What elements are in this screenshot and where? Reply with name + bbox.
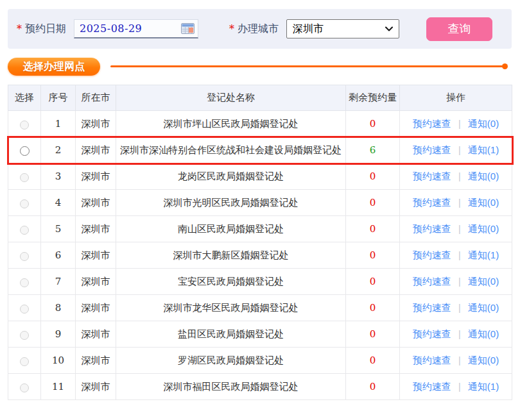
date-input[interactable]: 2025-08-29 [74, 19, 198, 38]
row-city: 深圳市 [76, 190, 116, 216]
row-remaining-cell: 0 [346, 348, 400, 374]
row-operations: 预约速查 | 通知(1) [400, 242, 512, 269]
link-separator: | [458, 329, 461, 339]
row-registry-name: 盐田区民政局婚姻登记处 [116, 321, 346, 348]
row-registry-name: 深圳市龙华区民政局婚姻登记处 [116, 295, 346, 321]
quick-check-link[interactable]: 预约速查 [413, 171, 451, 181]
row-operations: 预约速查 | 通知(1) [400, 137, 512, 164]
table-row: 9 深圳市 盐田区民政局婚姻登记处 0 预约速查 | 通知(0) [8, 321, 512, 348]
row-operations: 预约速查 | 通知(0) [400, 269, 512, 295]
remaining-count: 0 [370, 328, 376, 340]
table-row: 11 深圳市 深圳市福田区民政局婚姻登记处 0 预约速查 | 通知(1) [8, 374, 512, 400]
notice-link[interactable]: 通知(0) [468, 276, 499, 287]
header-operation: 操作 [400, 85, 512, 111]
remaining-count: 0 [370, 197, 376, 208]
row-index: 6 [41, 242, 76, 269]
radio-button[interactable] [20, 383, 29, 392]
remaining-count: 0 [370, 249, 376, 261]
row-operations: 预约速查 | 通知(0) [400, 348, 512, 374]
link-separator: | [458, 224, 461, 234]
radio-button[interactable] [20, 199, 29, 208]
row-city: 深圳市 [76, 269, 116, 295]
row-registry-name: 深圳市福田区民政局婚姻登记处 [116, 374, 346, 400]
header-index: 序号 [41, 85, 76, 111]
quick-check-link[interactable]: 预约速查 [413, 144, 451, 155]
link-separator: | [458, 382, 461, 392]
quick-check-link[interactable]: 预约速查 [413, 328, 451, 339]
notice-link[interactable]: 通知(0) [468, 302, 499, 313]
radio-button[interactable] [20, 357, 29, 366]
row-registry-name: 深圳市坪山区民政局婚姻登记处 [116, 111, 346, 137]
remaining-count: 0 [370, 302, 376, 314]
table-row: 2 深圳市 深圳市深汕特别合作区统战和社会建设局婚姻登记处 6 预约速查 | 通… [8, 137, 512, 164]
filter-bar: * 预约日期 2025-08-29 * 办理城市 深圳市 查询 [8, 9, 512, 49]
quick-check-link[interactable]: 预约速查 [413, 118, 451, 129]
city-select[interactable]: 深圳市 [286, 19, 399, 38]
notice-link[interactable]: 通知(0) [468, 197, 499, 208]
radio-button[interactable] [20, 173, 29, 182]
row-city: 深圳市 [76, 374, 116, 400]
notice-link[interactable]: 通知(0) [468, 118, 499, 129]
quick-check-link[interactable]: 预约速查 [413, 355, 451, 365]
notice-link[interactable]: 通知(0) [468, 223, 499, 234]
select-cell [8, 295, 41, 321]
row-remaining-cell: 0 [346, 190, 400, 216]
notice-link[interactable]: 通知(0) [468, 171, 499, 181]
date-value[interactable]: 2025-08-29 [80, 22, 181, 35]
quick-check-link[interactable]: 预约速查 [413, 276, 451, 287]
radio-button[interactable] [20, 121, 29, 130]
row-city: 深圳市 [76, 295, 116, 321]
link-separator: | [458, 171, 461, 181]
radio-button[interactable] [20, 305, 29, 314]
link-separator: | [458, 303, 461, 313]
notice-link[interactable]: 通知(0) [468, 328, 499, 339]
remaining-count: 0 [370, 223, 376, 235]
table-row: 3 深圳市 龙岗区民政局婚姻登记处 0 预约速查 | 通知(0) [8, 164, 512, 190]
row-operations: 预约速查 | 通知(0) [400, 164, 512, 190]
table-row: 6 深圳市 深圳市大鹏新区婚姻登记处 0 预约速查 | 通知(1) [8, 242, 512, 269]
table-row: 1 深圳市 深圳市坪山区民政局婚姻登记处 0 预约速查 | 通知(0) [8, 111, 512, 137]
row-city: 深圳市 [76, 348, 116, 374]
select-cell [8, 242, 41, 269]
row-registry-name: 深圳市光明区民政局婚姻登记处 [116, 190, 346, 216]
notice-link[interactable]: 通知(0) [468, 355, 499, 365]
radio-button[interactable] [20, 278, 29, 287]
radio-button[interactable] [20, 146, 30, 156]
row-registry-name: 龙岗区民政局婚姻登记处 [116, 164, 346, 190]
city-select-value: 深圳市 [293, 22, 324, 36]
search-button[interactable]: 查询 [426, 17, 492, 41]
table-row: 7 深圳市 宝安区民政局婚姻登记处 0 预约速查 | 通知(0) [8, 269, 512, 295]
header-select: 选择 [8, 85, 41, 111]
remaining-count: 0 [370, 171, 376, 182]
quick-check-link[interactable]: 预约速查 [413, 223, 451, 234]
quick-check-link[interactable]: 预约速查 [413, 302, 451, 313]
row-index: 7 [41, 269, 76, 295]
link-separator: | [458, 119, 461, 129]
row-index: 11 [41, 374, 76, 400]
select-cell [8, 374, 41, 400]
calendar-icon[interactable] [181, 23, 195, 34]
notice-link[interactable]: 通知(1) [468, 381, 499, 392]
date-label-group: * 预约日期 [17, 22, 66, 36]
radio-button[interactable] [20, 252, 29, 261]
notice-link[interactable]: 通知(1) [468, 249, 499, 260]
row-operations: 预约速查 | 通知(1) [400, 374, 512, 400]
row-remaining-cell: 0 [346, 164, 400, 190]
required-marker: * [229, 23, 234, 35]
radio-button[interactable] [20, 331, 29, 340]
row-remaining-cell: 0 [346, 374, 400, 400]
select-cell [8, 269, 41, 295]
row-registry-name: 宝安区民政局婚姻登记处 [116, 269, 346, 295]
link-separator: | [458, 197, 461, 208]
row-index: 9 [41, 321, 76, 348]
row-remaining-cell: 0 [346, 295, 400, 321]
quick-check-link[interactable]: 预约速查 [413, 197, 451, 208]
notice-link[interactable]: 通知(1) [468, 144, 499, 155]
select-cell [8, 321, 41, 348]
quick-check-link[interactable]: 预约速查 [413, 381, 451, 392]
section-header: 选择办理网点 [8, 58, 512, 76]
row-operations: 预约速查 | 通知(0) [400, 321, 512, 348]
row-city: 深圳市 [76, 137, 116, 164]
quick-check-link[interactable]: 预约速查 [413, 249, 451, 260]
radio-button[interactable] [20, 226, 29, 235]
